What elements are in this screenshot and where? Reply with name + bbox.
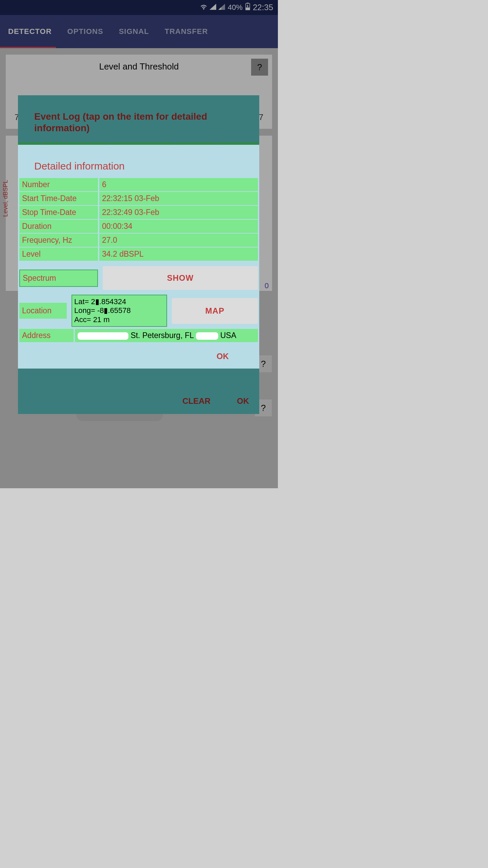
event-log-actions: CLEAR OK (182, 396, 249, 406)
row-frequency: Frequency, Hz 27.0 (19, 234, 258, 247)
show-button[interactable]: SHOW (103, 266, 258, 290)
row-spectrum: Spectrum SHOW (19, 266, 258, 290)
value-duration: 00:00:34 (99, 220, 258, 233)
value-start: 22:32:15 03-Feb (99, 192, 258, 205)
value-stop: 22:32:49 03-Feb (99, 206, 258, 219)
detail-dialog: Detailed information Number 6 Start Time… (18, 145, 259, 369)
row-location: Location Lat= 2▮.854324 Long= -8▮.65578 … (19, 295, 258, 327)
label-level: Level (19, 248, 98, 261)
row-stop: Stop Time-Date 22:32:49 03-Feb (19, 206, 258, 219)
value-level: 34.2 dBSPL (99, 248, 258, 261)
redacted-1 (78, 332, 128, 340)
redacted-2 (196, 332, 218, 340)
value-number: 6 (99, 178, 258, 191)
address-mid: St. Petersburg, FL (128, 331, 196, 340)
detail-ok-button[interactable]: OK (18, 342, 259, 364)
row-duration: Duration 00:00:34 (19, 220, 258, 233)
row-address: Address St. Petersburg, FL USA (19, 329, 258, 342)
row-number: Number 6 (19, 178, 258, 191)
label-stop: Stop Time-Date (19, 206, 98, 219)
label-address: Address (19, 329, 74, 342)
label-duration: Duration (19, 220, 98, 233)
label-start: Start Time-Date (19, 192, 98, 205)
value-address: St. Petersburg, FL USA (75, 329, 258, 342)
value-coordinates: Lat= 2▮.854324 Long= -8▮.65578 Acc= 21 m (72, 295, 167, 327)
map-button[interactable]: MAP (172, 298, 258, 324)
row-start: Start Time-Date 22:32:15 03-Feb (19, 192, 258, 205)
label-location: Location (19, 303, 67, 319)
label-number: Number (19, 178, 98, 191)
row-level: Level 34.2 dBSPL (19, 248, 258, 261)
address-tail: USA (218, 331, 237, 340)
label-spectrum: Spectrum (19, 270, 98, 287)
event-log-title: Event Log (tap on the item for detailed … (18, 95, 259, 137)
detail-title: Detailed information (18, 145, 259, 177)
event-log-ok-button[interactable]: OK (237, 396, 249, 406)
label-frequency: Frequency, Hz (19, 234, 98, 247)
clear-button[interactable]: CLEAR (182, 396, 210, 406)
value-frequency: 27.0 (99, 234, 258, 247)
